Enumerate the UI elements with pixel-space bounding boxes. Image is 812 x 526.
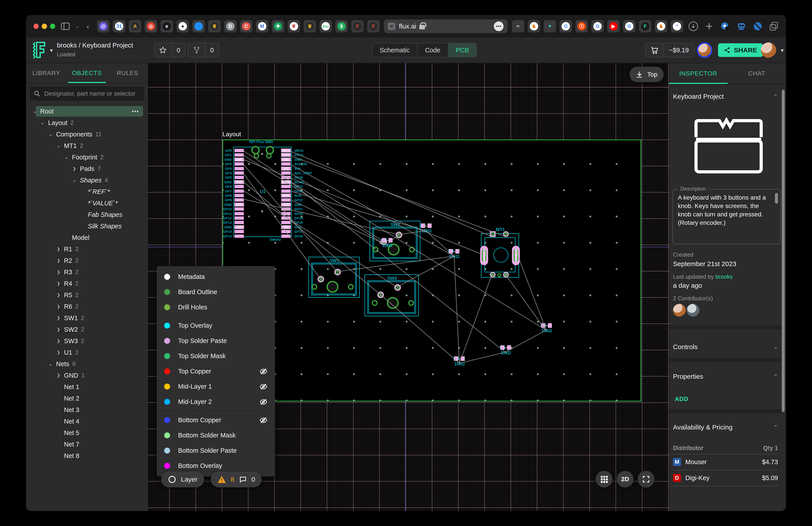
layer-item-top-solder-mask[interactable]: Top Solder Mask [157, 349, 275, 364]
chevron-down-icon[interactable]: ⌄ [40, 120, 45, 126]
pinned-tab-flux-red2[interactable]: F [367, 20, 379, 32]
pinned-tab-google1[interactable]: G [560, 20, 572, 32]
issues-button[interactable]: 8 0 [211, 471, 262, 487]
pico-pad[interactable] [234, 194, 244, 197]
pico-pad[interactable] [281, 234, 291, 238]
project-menu-caret-icon[interactable]: ▼ [49, 48, 54, 54]
view-2d-button[interactable]: 2D [617, 471, 634, 487]
mt1-pad-mid[interactable] [496, 272, 502, 278]
pinned-tab-google2[interactable]: G [591, 20, 604, 32]
pico-pad[interactable]: GND [281, 203, 291, 206]
pico-pad[interactable] [281, 171, 291, 175]
layer-item-metadata[interactable]: Metadata [157, 269, 275, 284]
pinned-tab-steam[interactable]: e [161, 20, 173, 32]
search-input[interactable]: Designator, part name or selector [30, 87, 144, 101]
robot-extension-icon[interactable] [736, 21, 747, 32]
pico-pad[interactable]: GND [234, 181, 244, 184]
pinned-tab-crown2[interactable]: ♛ [304, 20, 316, 32]
pico-pad[interactable] [281, 189, 291, 193]
pinned-tab-flux-teal[interactable]: F [639, 20, 651, 32]
tree-item-r2[interactable]: ❯R22 [26, 255, 148, 266]
page-options-icon[interactable]: ••• [494, 22, 504, 31]
tree-item-gnd[interactable]: ❯GND1 [26, 370, 148, 381]
pinned-tab-autodesk[interactable]: A [129, 20, 141, 32]
pico-pad[interactable] [234, 230, 244, 233]
zoom-window-button[interactable] [50, 24, 55, 29]
tab-schematic[interactable]: Schematic [372, 43, 418, 57]
pinned-tab-bird[interactable]: ❧ [512, 20, 524, 32]
tab-rules[interactable]: RULES [107, 63, 148, 83]
layer-item-mid-layer-1[interactable]: Mid-Layer 1 [157, 379, 275, 394]
pricing-row-mouser[interactable]: M Mouser$4.73 [673, 458, 778, 466]
pico-pad[interactable] [281, 207, 291, 211]
sidebar-scrollbar[interactable] [782, 90, 785, 412]
tree-item-net-4[interactable]: Net 4 [26, 416, 148, 427]
pinned-tab-crown[interactable]: ♛ [208, 20, 221, 32]
pico-pad[interactable] [281, 230, 291, 233]
chevron-down-icon[interactable]: ⌄ [48, 131, 54, 137]
pinned-tab-target[interactable]: ◎ [145, 20, 157, 32]
chevron-right-icon[interactable]: ❯ [56, 281, 61, 286]
pinned-tab-horse[interactable]: ♞ [655, 20, 667, 32]
layer-item-mid-layer-2[interactable]: Mid-Layer 2 [157, 394, 275, 409]
chevron-down-icon[interactable]: ⌄ [32, 109, 38, 114]
fullscreen-button[interactable] [638, 471, 654, 487]
pico-pad[interactable] [234, 189, 244, 193]
pinned-tab-evs[interactable]: EVs [319, 20, 332, 32]
tree-item-fab-shapes[interactable]: Fab Shapes [26, 209, 148, 221]
component-r4[interactable]: R4 10kΩ [449, 356, 469, 366]
tree-item-shapes[interactable]: ⌄Shapes4 [26, 174, 148, 186]
pico-pad[interactable] [234, 198, 244, 202]
flux-logo[interactable] [32, 41, 46, 60]
component-r3[interactable]: R3 10kΩ [444, 248, 464, 259]
eye-off-icon[interactable] [260, 368, 267, 375]
layer-item-bottom-copper[interactable]: Bottom Copper [157, 412, 275, 428]
component-r6[interactable]: R6 10kΩ [537, 323, 556, 333]
collapse-properties-icon[interactable]: ⌃ [773, 373, 778, 380]
pinned-tab-tag[interactable]: $ [335, 20, 348, 32]
pcb-canvas[interactable]: Layout RPi Pico SMD U1 SWDIO GP0VBUSVBUS… [148, 63, 669, 511]
pinned-tab-mj[interactable]: M [256, 20, 268, 32]
minimize-window-button[interactable] [42, 24, 47, 29]
component-sw1[interactable]: SW1 1 2 [308, 257, 360, 298]
tree-item--ref-[interactable]: *`REF`* [26, 186, 148, 197]
back-icon[interactable]: ‹ [87, 22, 89, 31]
pico-pad[interactable] [234, 176, 244, 179]
pinned-tab-apple-red[interactable]: ❦ [288, 20, 300, 32]
pinned-tab-reddit[interactable]: ⓡ [576, 20, 588, 32]
component-r1[interactable]: R1 10kΩ [416, 223, 436, 233]
tab-objects[interactable]: OBJECTS [67, 63, 107, 83]
pico-pad[interactable] [281, 216, 291, 220]
pico-pad[interactable] [281, 221, 291, 224]
password-extension-icon[interactable] [720, 21, 730, 32]
layer-item-bottom-solder-mask[interactable]: Bottom Solder Mask [157, 428, 275, 443]
tree-item-root[interactable]: ⌄Root••• [26, 105, 148, 117]
pinned-tab-google3[interactable]: G [623, 20, 636, 32]
chevron-down-icon[interactable]: ⌄ [56, 143, 61, 148]
layer-item-bottom-solder-paste[interactable]: Bottom Solder Paste [157, 443, 275, 458]
tree-item-sw2[interactable]: ❯SW22 [26, 324, 148, 335]
switch-pad-2[interactable]: 2 [377, 292, 384, 298]
pico-pad[interactable]: RUN [281, 194, 291, 197]
grid-settings-button[interactable] [596, 471, 612, 487]
chevron-right-icon[interactable]: ❯ [56, 327, 61, 332]
tab-library[interactable]: LIBRARY [26, 63, 67, 83]
mt1-shield-pad-left[interactable]: SHIELD [480, 246, 488, 265]
sidebar-toggle-icon[interactable] [61, 23, 70, 30]
cart-button[interactable]: ~$9.19 [645, 43, 695, 57]
tree-item-r4[interactable]: ❯R42 [26, 278, 148, 289]
pico-pad[interactable] [234, 149, 244, 152]
mt1-pad-a[interactable]: A [490, 272, 496, 278]
close-window-button[interactable] [33, 24, 39, 29]
pico-pad[interactable]: VSYS [281, 153, 291, 157]
tree-item-net-8[interactable]: Net 8 [26, 450, 148, 461]
pico-pad[interactable]: AGND [281, 181, 291, 184]
tab-close-icon[interactable]: ✕ [388, 23, 395, 30]
pinned-tab-audio[interactable]: ᭐ [671, 20, 683, 32]
tree-item-mt1[interactable]: ⌄MT12 [26, 140, 148, 152]
chevron-right-icon[interactable]: ❯ [72, 166, 77, 171]
tree-item-menu-icon[interactable]: ••• [132, 108, 139, 115]
tree-item-r1[interactable]: ❯R12 [26, 243, 148, 255]
pico-pad[interactable] [234, 207, 244, 211]
pinned-tab-messenger[interactable]: ● [192, 20, 205, 32]
